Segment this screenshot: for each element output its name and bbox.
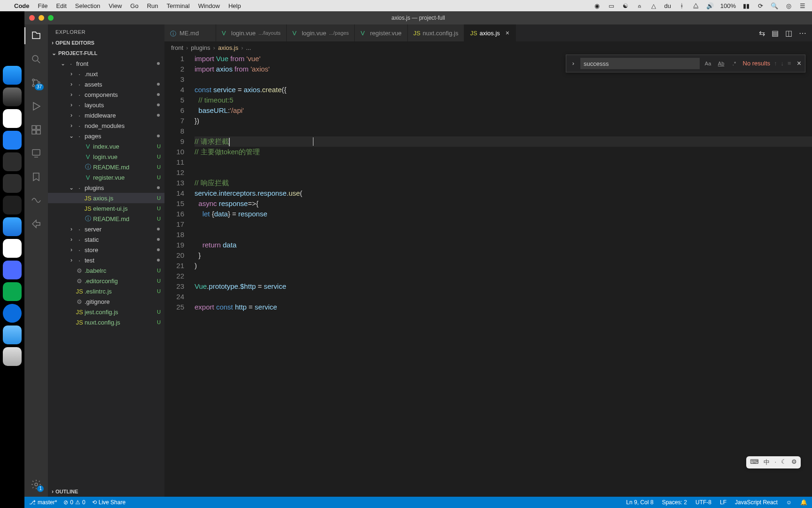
tree-file[interactable]: ⚙.editorconfigU [48, 276, 164, 286]
tree-folder[interactable]: ›·middleware [48, 110, 164, 120]
editor-tab[interactable]: Vlogin.vue.../pages [287, 24, 355, 41]
dock-chrome-icon[interactable] [3, 109, 22, 128]
battery-pct[interactable]: 100% [720, 2, 736, 9]
ime-gear-icon[interactable]: ⚙ [791, 458, 797, 467]
code-line[interactable] [195, 167, 812, 178]
code-line[interactable]: }) [195, 116, 812, 126]
dock-app-icon[interactable] [3, 152, 22, 171]
section-project[interactable]: ⌄ PROJECT-FULL [48, 48, 164, 58]
ime-dot-icon[interactable]: · [774, 458, 776, 467]
chevron-right-icon[interactable]: › [68, 71, 75, 77]
dock-launchpad-icon[interactable] [3, 87, 22, 106]
tree-file[interactable]: ⚙.babelrcU [48, 265, 164, 276]
control-center-icon[interactable]: ☰ [799, 2, 806, 9]
dock-vscode-icon[interactable] [3, 196, 22, 214]
chevron-down-icon[interactable]: ⌄ [68, 133, 75, 139]
code-line[interactable]: export const http = service [195, 302, 812, 312]
battery-icon[interactable]: ▮▮ [742, 2, 750, 9]
bluetooth-icon[interactable]: ᚼ [678, 2, 686, 9]
editor-tab[interactable]: Vregister.vue [355, 24, 407, 41]
close-window-icon[interactable] [29, 15, 35, 21]
match-whole-word-icon[interactable]: Ab [717, 59, 726, 68]
chevron-right-icon[interactable]: › [68, 112, 75, 119]
chevron-right-icon[interactable]: › [68, 257, 75, 263]
dock-app-icon[interactable] [3, 131, 22, 150]
tree-file[interactable]: ⓘREADME.mdU [48, 162, 164, 172]
tree-file[interactable]: Vindex.vueU [48, 141, 164, 151]
code-line[interactable]: return data [195, 240, 812, 250]
menu-selection[interactable]: Selection [75, 2, 100, 9]
chevron-right-icon[interactable]: › [68, 236, 75, 243]
code-line[interactable]: } [195, 250, 812, 261]
tree-folder[interactable]: ›·test [48, 255, 164, 265]
regex-icon[interactable]: .* [730, 59, 739, 68]
tree-folder[interactable]: ⌄·front [48, 58, 164, 69]
menu-go[interactable]: Go [130, 2, 138, 9]
chevron-right-icon[interactable]: › [68, 122, 75, 129]
dock-trash-icon[interactable] [3, 347, 22, 366]
tree-file[interactable]: ⓘREADME.mdU [48, 214, 164, 224]
chevron-down-icon[interactable]: ⌄ [68, 184, 75, 191]
find-input[interactable] [580, 58, 700, 69]
match-case-icon[interactable]: Aa [703, 59, 713, 68]
app-name[interactable]: Code [14, 2, 30, 9]
bell-icon[interactable]: 🔔 [800, 499, 807, 506]
code-line[interactable]: let {data} = response [195, 209, 812, 219]
dock-safari-icon[interactable] [3, 217, 22, 236]
find-close-icon[interactable]: × [797, 58, 801, 69]
zoom-window-icon[interactable] [48, 15, 54, 21]
section-outline[interactable]: › OUTLINE [48, 486, 164, 497]
indent-info[interactable]: Spaces: 2 [662, 499, 687, 506]
code-line[interactable] [195, 157, 812, 167]
errors-count[interactable]: ⊘ 0 ⚠ 0 [63, 499, 85, 506]
status-icon[interactable]: du [664, 2, 671, 9]
menu-edit[interactable]: Edit [56, 2, 66, 9]
editor-tab[interactable]: JSaxios.js× [464, 24, 516, 41]
language-mode[interactable]: JavaScript React [735, 499, 778, 506]
code-line[interactable]: Vue.prototype.$http = service [195, 281, 812, 292]
git-branch[interactable]: ⎇ master* [29, 499, 57, 506]
code-line[interactable]: // timeout:5 [195, 95, 812, 105]
liveshare-icon[interactable] [30, 217, 43, 230]
menu-help[interactable]: Help [228, 2, 241, 9]
status-icon[interactable]: ▭ [608, 2, 615, 9]
siri-icon[interactable]: ◎ [785, 2, 792, 9]
dock-folder-icon[interactable] [3, 325, 22, 344]
remote-icon[interactable] [30, 147, 43, 160]
status-icon[interactable]: △ [650, 2, 657, 9]
code-line[interactable]: ) [195, 261, 812, 271]
preview-icon[interactable]: ▤ [772, 29, 779, 38]
spotlight-icon[interactable]: 🔍 [771, 2, 778, 9]
find-in-selection-icon[interactable]: ≡ [788, 58, 791, 69]
dock-app-icon[interactable] [3, 239, 22, 258]
tree-file[interactable]: ⚙.gitignore [48, 296, 164, 307]
code-line[interactable] [195, 74, 812, 85]
menu-window[interactable]: Window [198, 2, 220, 9]
code-line[interactable]: // 请求拦截 [195, 136, 812, 147]
menu-run[interactable]: Run [147, 2, 158, 9]
encoding[interactable]: UTF-8 [695, 499, 711, 506]
chevron-right-icon[interactable]: › [68, 226, 75, 232]
code-line[interactable]: service.interceptors.response.use( [195, 188, 812, 198]
ime-moon-icon[interactable]: ☾ [781, 458, 787, 467]
dock-wechat-icon[interactable] [3, 282, 22, 301]
chevron-right-icon[interactable]: › [68, 81, 75, 87]
code-line[interactable]: async response=>{ [195, 198, 812, 209]
code-line[interactable]: const service = axios.create({ [195, 85, 812, 95]
tree-file[interactable]: JSjest.config.jsU [48, 307, 164, 317]
code-line[interactable] [195, 126, 812, 136]
chevron-right-icon[interactable]: › [68, 91, 75, 98]
dock-finder-icon[interactable] [3, 66, 22, 85]
breadcrumb-item[interactable]: ... [246, 44, 251, 51]
ime-toolbar[interactable]: ⌨ 中 · ☾ ⚙ [746, 456, 801, 468]
breadcrumb-item[interactable]: plugins [191, 44, 210, 51]
tree-folder[interactable]: ›·store [48, 245, 164, 255]
minimize-window-icon[interactable] [39, 15, 44, 21]
window-titlebar[interactable]: axios.js — project-full [24, 11, 812, 24]
find-next-icon[interactable]: ↓ [781, 58, 784, 69]
run-debug-icon[interactable] [30, 100, 43, 113]
menu-file[interactable]: File [38, 2, 48, 9]
menu-view[interactable]: View [109, 2, 122, 9]
tab-close-icon[interactable]: × [506, 29, 509, 37]
find-prev-icon[interactable]: ↑ [774, 58, 777, 69]
